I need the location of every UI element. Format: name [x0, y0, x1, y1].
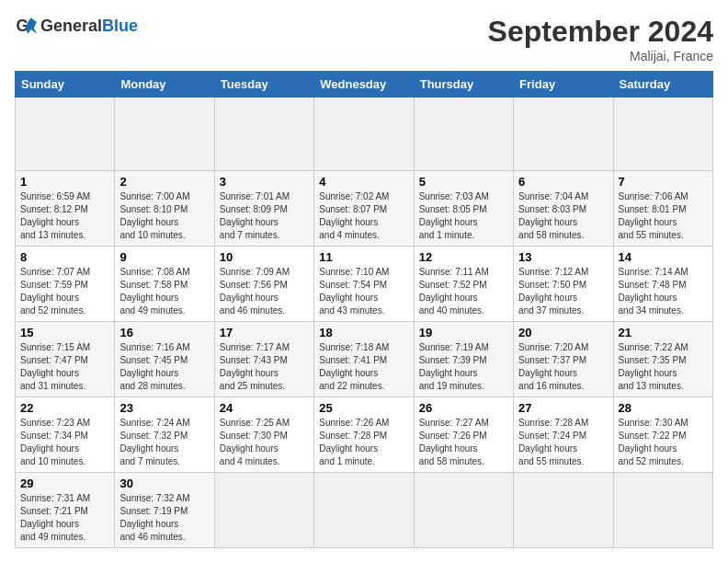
calendar-cell	[414, 473, 513, 548]
day-info: Sunrise: 7:22 AMSunset: 7:35 PMDaylight …	[619, 341, 708, 393]
day-number: 4	[319, 175, 408, 189]
day-info: Sunrise: 7:04 AMSunset: 8:03 PMDaylight …	[518, 190, 608, 242]
calendar-cell: 28Sunrise: 7:30 AMSunset: 7:22 PMDayligh…	[613, 397, 712, 473]
day-number: 6	[518, 175, 608, 189]
weekday-header: Monday	[115, 72, 214, 98]
day-info: Sunrise: 7:30 AMSunset: 7:22 PMDaylight …	[619, 417, 708, 468]
day-info: Sunrise: 7:32 AMSunset: 7:19 PMDaylight …	[119, 492, 209, 544]
calendar-cell: 23Sunrise: 7:24 AMSunset: 7:32 PMDayligh…	[115, 397, 214, 473]
day-number: 12	[419, 250, 508, 264]
location: Malijai, France	[488, 49, 713, 63]
calendar-cell: 16Sunrise: 7:16 AMSunset: 7:45 PMDayligh…	[115, 322, 214, 397]
weekday-header: Sunday	[16, 72, 115, 98]
day-number: 7	[619, 175, 708, 189]
day-info: Sunrise: 7:01 AMSunset: 8:09 PMDaylight …	[220, 190, 309, 242]
calendar-cell: 5Sunrise: 7:03 AMSunset: 8:05 PMDaylight…	[414, 171, 513, 247]
day-info: Sunrise: 7:27 AMSunset: 7:26 PMDaylight …	[419, 417, 508, 468]
calendar-cell	[314, 98, 414, 171]
calendar-cell	[613, 473, 712, 548]
calendar-cell: 2Sunrise: 7:00 AMSunset: 8:10 PMDaylight…	[115, 171, 214, 247]
calendar-week-row: 1Sunrise: 6:59 AMSunset: 8:12 PMDaylight…	[16, 171, 713, 247]
day-number: 13	[518, 250, 608, 264]
calendar-cell: 21Sunrise: 7:22 AMSunset: 7:35 PMDayligh…	[613, 322, 712, 397]
calendar-week-row: 15Sunrise: 7:15 AMSunset: 7:47 PMDayligh…	[16, 322, 713, 397]
weekday-header: Tuesday	[214, 72, 313, 98]
calendar-cell: 29Sunrise: 7:31 AMSunset: 7:21 PMDayligh…	[16, 473, 115, 548]
calendar-cell	[414, 98, 513, 171]
calendar-cell: 11Sunrise: 7:10 AMSunset: 7:54 PMDayligh…	[314, 247, 414, 322]
logo-general-text: GeneralBlue	[40, 17, 138, 36]
day-number: 2	[119, 175, 209, 189]
day-info: Sunrise: 7:16 AMSunset: 7:45 PMDaylight …	[119, 341, 209, 393]
calendar-cell: 26Sunrise: 7:27 AMSunset: 7:26 PMDayligh…	[414, 397, 513, 473]
calendar-cell: 20Sunrise: 7:20 AMSunset: 7:37 PMDayligh…	[514, 322, 613, 397]
calendar-cell: 17Sunrise: 7:17 AMSunset: 7:43 PMDayligh…	[214, 322, 313, 397]
day-info: Sunrise: 7:15 AMSunset: 7:47 PMDaylight …	[20, 341, 109, 393]
calendar-cell: 6Sunrise: 7:04 AMSunset: 8:03 PMDaylight…	[514, 171, 613, 247]
calendar-cell	[514, 473, 613, 548]
calendar-week-row: 22Sunrise: 7:23 AMSunset: 7:34 PMDayligh…	[16, 397, 713, 473]
calendar-cell: 25Sunrise: 7:26 AMSunset: 7:28 PMDayligh…	[314, 397, 414, 473]
calendar-cell: 22Sunrise: 7:23 AMSunset: 7:34 PMDayligh…	[16, 397, 115, 473]
day-info: Sunrise: 7:26 AMSunset: 7:28 PMDaylight …	[319, 417, 408, 468]
calendar-cell	[115, 98, 214, 171]
day-info: Sunrise: 7:06 AMSunset: 8:01 PMDaylight …	[619, 190, 708, 242]
calendar-cell: 3Sunrise: 7:01 AMSunset: 8:09 PMDaylight…	[214, 171, 313, 247]
day-info: Sunrise: 7:17 AMSunset: 7:43 PMDaylight …	[220, 341, 309, 393]
day-number: 5	[419, 175, 508, 189]
day-info: Sunrise: 7:00 AMSunset: 8:10 PMDaylight …	[119, 190, 209, 242]
calendar-cell: 15Sunrise: 7:15 AMSunset: 7:47 PMDayligh…	[16, 322, 115, 397]
calendar-cell: 30Sunrise: 7:32 AMSunset: 7:19 PMDayligh…	[115, 473, 214, 548]
day-number: 18	[319, 326, 408, 339]
day-info: Sunrise: 7:25 AMSunset: 7:30 PMDaylight …	[220, 417, 309, 468]
month-title: September 2024	[488, 15, 713, 49]
day-info: Sunrise: 7:08 AMSunset: 7:58 PMDaylight …	[119, 266, 209, 317]
day-number: 3	[220, 175, 309, 189]
day-number: 9	[119, 250, 209, 264]
day-info: Sunrise: 7:14 AMSunset: 7:48 PMDaylight …	[619, 266, 708, 317]
calendar-cell: 14Sunrise: 7:14 AMSunset: 7:48 PMDayligh…	[613, 247, 712, 322]
calendar-cell: 10Sunrise: 7:09 AMSunset: 7:56 PMDayligh…	[214, 247, 313, 322]
day-info: Sunrise: 7:02 AMSunset: 8:07 PMDaylight …	[319, 190, 408, 242]
day-number: 24	[220, 401, 309, 415]
day-number: 28	[619, 401, 708, 415]
day-number: 17	[220, 326, 309, 339]
calendar-cell: 19Sunrise: 7:19 AMSunset: 7:39 PMDayligh…	[414, 322, 513, 397]
day-info: Sunrise: 7:23 AMSunset: 7:34 PMDaylight …	[20, 417, 109, 468]
calendar-table: SundayMondayTuesdayWednesdayThursdayFrid…	[15, 71, 713, 548]
day-number: 25	[319, 401, 408, 415]
day-info: Sunrise: 7:28 AMSunset: 7:24 PMDaylight …	[518, 417, 608, 468]
calendar-cell: 18Sunrise: 7:18 AMSunset: 7:41 PMDayligh…	[314, 322, 414, 397]
calendar-cell: 4Sunrise: 7:02 AMSunset: 8:07 PMDaylight…	[314, 171, 414, 247]
logo-icon: G	[15, 15, 37, 37]
weekday-header: Thursday	[414, 72, 513, 98]
weekday-header: Saturday	[613, 72, 712, 98]
day-number: 27	[518, 401, 608, 415]
day-number: 23	[119, 401, 209, 415]
day-info: Sunrise: 7:20 AMSunset: 7:37 PMDaylight …	[518, 341, 608, 393]
day-number: 16	[119, 326, 209, 339]
day-number: 11	[319, 250, 408, 264]
day-info: Sunrise: 7:10 AMSunset: 7:54 PMDaylight …	[319, 266, 408, 317]
page-header: G GeneralBlue September 2024 Malijai, Fr…	[15, 15, 713, 63]
day-number: 8	[20, 250, 109, 264]
day-info: Sunrise: 7:11 AMSunset: 7:52 PMDaylight …	[419, 266, 508, 317]
day-number: 15	[20, 326, 109, 339]
calendar-cell	[314, 473, 414, 548]
day-info: Sunrise: 7:03 AMSunset: 8:05 PMDaylight …	[419, 190, 508, 242]
calendar-cell: 7Sunrise: 7:06 AMSunset: 8:01 PMDaylight…	[613, 171, 712, 247]
day-info: Sunrise: 7:18 AMSunset: 7:41 PMDaylight …	[319, 341, 408, 393]
day-number: 20	[518, 326, 608, 339]
calendar-week-row	[16, 98, 713, 171]
day-number: 26	[419, 401, 508, 415]
weekday-header: Friday	[514, 72, 613, 98]
day-info: Sunrise: 7:12 AMSunset: 7:50 PMDaylight …	[518, 266, 608, 317]
logo: G GeneralBlue	[15, 15, 138, 37]
day-info: Sunrise: 7:09 AMSunset: 7:56 PMDaylight …	[220, 266, 309, 317]
day-number: 1	[20, 175, 109, 189]
day-number: 14	[619, 250, 708, 264]
calendar-cell	[214, 98, 313, 171]
calendar-cell	[214, 473, 313, 548]
calendar-header-row: SundayMondayTuesdayWednesdayThursdayFrid…	[16, 72, 713, 98]
day-number: 19	[419, 326, 508, 339]
